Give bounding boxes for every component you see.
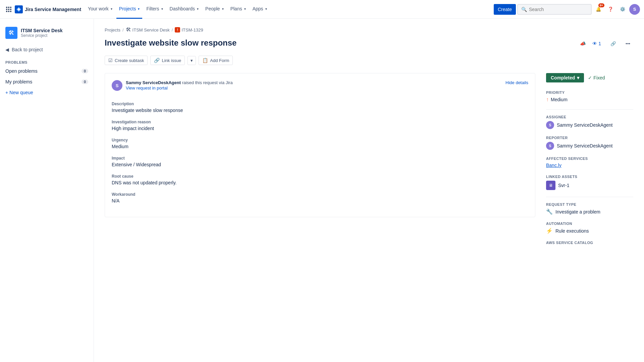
project-type: Service project	[21, 33, 63, 38]
request-type-value: Investigate a problem	[555, 209, 600, 215]
top-navigation: Jira Service Management Your work ▾ Proj…	[0, 0, 644, 19]
back-to-project[interactable]: ◀ Back to project	[0, 44, 94, 55]
raised-text: Sammy ServiceDeskAgent raised this reque…	[126, 80, 233, 85]
issue-title: Investigate website slow response	[105, 38, 580, 48]
sidebar-section-problems: Problems	[0, 55, 94, 66]
hide-details-button[interactable]: Hide details	[505, 80, 528, 85]
my-problems-count: 0	[82, 79, 88, 84]
check-icon: ✓	[588, 75, 592, 80]
assignee-avatar: S	[546, 121, 554, 129]
svg-rect-5	[10, 9, 11, 10]
linked-asset-value: Svr-1	[558, 183, 569, 188]
nav-dashboards[interactable]: Dashboards ▾	[167, 0, 202, 19]
divider	[546, 109, 633, 110]
status-chevron-icon: ▾	[577, 75, 579, 80]
svg-rect-7	[8, 11, 9, 12]
app-logo[interactable]: Jira Service Management	[15, 5, 81, 13]
nav-your-work[interactable]: Your work ▾	[85, 0, 115, 19]
settings-button[interactable]: ⚙️	[617, 4, 628, 15]
investigation-reason-section: Investigation reason High impact inciden…	[112, 120, 528, 131]
project-breadcrumb-icon: 🛠	[126, 27, 131, 33]
urgency-section: Urgency Medium	[112, 138, 528, 149]
create-subtask-button[interactable]: ☑ Create subtask	[105, 56, 148, 65]
sidebar-item-open-problems[interactable]: Open problems 0	[0, 66, 94, 76]
svg-rect-4	[8, 9, 9, 10]
notification-badge: 9+	[598, 3, 604, 7]
assignee-value: Sammy ServiceDeskAgent	[557, 122, 613, 128]
grid-icon[interactable]	[4, 5, 13, 14]
new-queue-button[interactable]: + New queue	[0, 87, 94, 98]
search-icon: 🔍	[521, 7, 527, 12]
root-cause-value: DNS was not updated properly.	[112, 180, 528, 185]
request-type-icon: 🔧	[546, 208, 553, 215]
assignee-field: Assignee S Sammy ServiceDeskAgent	[546, 115, 633, 129]
linked-assets-field: LINKED ASSETS 🖥 Svr-1	[546, 175, 633, 190]
reporter-avatar: S	[546, 142, 554, 150]
svg-rect-2	[10, 7, 11, 8]
workaround-value: N/A	[112, 198, 528, 203]
add-form-button[interactable]: 📋 Add Form	[199, 56, 233, 65]
raised-by-avatar: S	[112, 80, 122, 91]
status-row: Completed ▾ ✓ Fixed	[546, 73, 633, 82]
sidebar-item-my-problems[interactable]: My problems 0	[0, 76, 94, 87]
workaround-section: Workaround N/A	[112, 192, 528, 203]
automation-value: Rule executions	[555, 228, 589, 234]
main-content: Projects / 🛠 ITSM Service Desk / ! ITSM-…	[94, 19, 644, 362]
aws-field: AWS Service Catalog	[546, 241, 633, 245]
form-icon: 📋	[202, 58, 208, 63]
priority-field: Priority ↑ Medium	[546, 90, 633, 103]
issue-type-icon: !	[175, 27, 180, 33]
investigation-reason-value: High impact incident	[112, 126, 528, 131]
back-icon: ◀	[5, 47, 9, 52]
svg-rect-6	[6, 11, 7, 12]
issue-header-actions: 📣 👁 1 🔗 •••	[580, 38, 633, 49]
notifications-button[interactable]: 🔔 9+	[593, 4, 604, 15]
watchers-button[interactable]: 👁 1	[590, 40, 604, 48]
svg-rect-1	[8, 7, 9, 8]
issue-header: Investigate website slow response 📣 👁 1 …	[105, 38, 633, 49]
sidebar-project: 🛠 ITSM Service Desk Service project	[0, 24, 94, 44]
link-issue-button[interactable]: 🔗 Link issue	[150, 56, 185, 65]
affected-services-field: Affected services Banc.ly	[546, 157, 633, 168]
affected-services-link[interactable]: Banc.ly	[546, 163, 561, 168]
search-input[interactable]	[529, 7, 588, 12]
app-layout: 🛠 ITSM Service Desk Service project ◀ Ba…	[0, 19, 644, 362]
fixed-badge: ✓ Fixed	[588, 75, 605, 80]
search-bar[interactable]: 🔍	[517, 4, 592, 15]
subtask-icon: ☑	[108, 58, 113, 63]
lightning-icon: ⚡	[546, 228, 553, 234]
reporter-value: Sammy ServiceDeskAgent	[557, 143, 613, 148]
toolbar-dropdown[interactable]: ▾	[187, 56, 196, 65]
detail-card: S Sammy ServiceDeskAgent raised this req…	[105, 73, 535, 217]
open-problems-count: 0	[82, 69, 88, 73]
app-name: Jira Service Management	[25, 7, 81, 12]
eye-icon: 👁	[592, 41, 597, 46]
breadcrumb-projects[interactable]: Projects	[105, 27, 120, 33]
link-icon: 🔗	[154, 58, 160, 63]
nav-filters[interactable]: Filters ▾	[144, 0, 165, 19]
breadcrumb-issue-id[interactable]: ITSM-1329	[181, 27, 203, 33]
project-icon: 🛠	[5, 27, 17, 39]
status-button[interactable]: Completed ▾	[546, 73, 584, 82]
priority-icon: ↑	[546, 97, 549, 103]
user-avatar[interactable]: S	[629, 4, 640, 15]
description-value: Investigate website slow response	[112, 108, 528, 113]
svg-rect-8	[10, 11, 11, 12]
nav-apps[interactable]: Apps ▾	[250, 0, 270, 19]
issue-toolbar: ☑ Create subtask 🔗 Link issue ▾ 📋 Add Fo…	[105, 56, 633, 65]
view-portal-link[interactable]: View request in portal	[126, 85, 168, 90]
impact-value: Extensive / Widespread	[112, 162, 528, 167]
share-button[interactable]: 🔗	[608, 38, 619, 49]
reporter-field: Reporter S Sammy ServiceDeskAgent	[546, 136, 633, 150]
nav-plans[interactable]: Plans ▾	[228, 0, 249, 19]
nav-projects[interactable]: Projects ▾	[116, 0, 143, 19]
help-button[interactable]: ❓	[605, 4, 616, 15]
more-options-button[interactable]: •••	[623, 38, 633, 49]
create-button[interactable]: Create	[494, 4, 516, 15]
breadcrumb: Projects / 🛠 ITSM Service Desk / ! ITSM-…	[105, 27, 633, 33]
nav-people[interactable]: People ▾	[203, 0, 226, 19]
sidebar: 🛠 ITSM Service Desk Service project ◀ Ba…	[0, 19, 94, 362]
issue-sidebar: Completed ▾ ✓ Fixed Priority ↑ Medium	[546, 73, 633, 251]
megaphone-icon: 📣	[580, 41, 586, 46]
breadcrumb-project[interactable]: ITSM Service Desk	[132, 27, 170, 33]
